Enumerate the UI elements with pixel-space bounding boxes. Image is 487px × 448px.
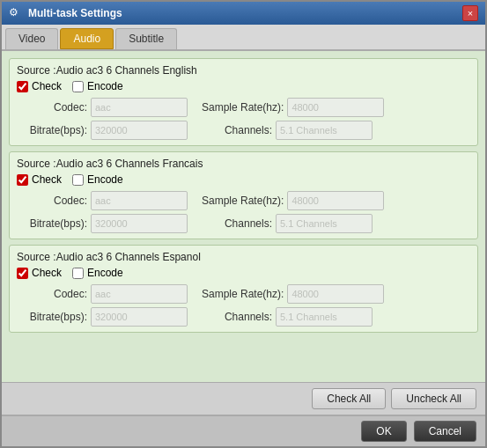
- samplerate-label-3: Sample Rate(hz):: [202, 288, 284, 300]
- form-pair-1a: Codec: aac Sample Rate(hz): 48000: [17, 98, 470, 117]
- tab-audio[interactable]: Audio: [60, 28, 114, 49]
- codec-label-3: Codec:: [17, 288, 87, 300]
- audio-group-3: Source :Audio ac3 6 Channels Espanol Che…: [9, 245, 478, 333]
- cancel-button[interactable]: Cancel: [414, 421, 476, 442]
- title-bar-left: ⚙ Multi-task Settings: [9, 6, 122, 20]
- title-bar: ⚙ Multi-task Settings ×: [2, 2, 485, 25]
- channels-field-3: Channels: 5.1 Channels: [202, 307, 373, 327]
- footer-bar: OK Cancel: [2, 415, 485, 446]
- samplerate-field-1: Sample Rate(hz): 48000: [202, 98, 384, 117]
- samplerate-label-1: Sample Rate(hz):: [202, 101, 284, 114]
- ok-button[interactable]: OK: [361, 421, 406, 442]
- group-3-title: Source :Audio ac3 6 Channels Espanol: [17, 251, 470, 263]
- samplerate-field-2: Sample Rate(hz): 48000: [202, 191, 384, 210]
- bitrate-select-2[interactable]: 320000: [91, 214, 188, 233]
- bitrate-field-2: Bitrate(bps): 320000: [17, 214, 188, 233]
- window-title: Multi-task Settings: [28, 7, 122, 19]
- form-pair-2a: Codec: aac Sample Rate(hz): 48000: [17, 191, 470, 210]
- form-pair-2b: Bitrate(bps): 320000 Channels: 5.1 Chann…: [17, 214, 470, 233]
- samplerate-field-3: Sample Rate(hz): 48000: [202, 284, 384, 304]
- encode-checkbox-3[interactable]: [72, 268, 84, 279]
- form-pair-3b: Bitrate(bps): 320000 Channels: 5.1 Chann…: [17, 307, 470, 327]
- encode-checkbox-2[interactable]: [72, 174, 84, 186]
- window-icon: ⚙: [9, 6, 23, 20]
- samplerate-select-1[interactable]: 48000: [287, 98, 384, 117]
- check-checkbox-1[interactable]: [17, 81, 28, 92]
- bitrate-field-3: Bitrate(bps): 320000: [17, 307, 188, 327]
- check-label-2[interactable]: Check: [17, 173, 62, 186]
- tab-bar: Video Audio Subtitle: [2, 25, 485, 51]
- samplerate-select-2[interactable]: 48000: [287, 191, 384, 210]
- check-label-1[interactable]: Check: [17, 80, 62, 92]
- check-row-3: Check Encode: [17, 267, 470, 279]
- bitrate-field-1: Bitrate(bps): 320000: [17, 121, 188, 140]
- bitrate-select-1[interactable]: 320000: [91, 121, 188, 140]
- tab-subtitle[interactable]: Subtitle: [115, 28, 177, 49]
- codec-select-2[interactable]: aac: [91, 191, 188, 210]
- main-window: ⚙ Multi-task Settings × Video Audio Subt…: [0, 0, 487, 448]
- check-all-button[interactable]: Check All: [312, 388, 386, 409]
- action-buttons: Check All Uncheck All: [312, 388, 476, 409]
- content-area: Source :Audio ac3 6 Channels English Che…: [2, 51, 485, 382]
- bottom-action-bar: Check All Uncheck All: [2, 382, 485, 415]
- audio-group-1: Source :Audio ac3 6 Channels English Che…: [9, 58, 478, 146]
- check-row-2: Check Encode: [17, 173, 470, 186]
- group-2-title: Source :Audio ac3 6 Channels Francais: [17, 158, 470, 170]
- codec-label-2: Codec:: [17, 195, 87, 207]
- close-button[interactable]: ×: [462, 5, 478, 21]
- encode-label-1[interactable]: Encode: [72, 80, 123, 92]
- samplerate-select-3[interactable]: 48000: [287, 284, 384, 304]
- codec-label-1: Codec:: [17, 101, 87, 114]
- tab-video[interactable]: Video: [5, 28, 58, 49]
- form-pair-3a: Codec: aac Sample Rate(hz): 48000: [17, 284, 470, 304]
- samplerate-label-2: Sample Rate(hz):: [202, 195, 284, 207]
- codec-field-2: Codec: aac: [17, 191, 188, 210]
- channels-label-1: Channels:: [202, 124, 272, 136]
- group-1-title: Source :Audio ac3 6 Channels English: [17, 64, 470, 77]
- codec-select-3[interactable]: aac: [91, 284, 188, 304]
- bitrate-label-2: Bitrate(bps):: [17, 217, 87, 230]
- codec-field-3: Codec: aac: [17, 284, 188, 304]
- channels-select-2[interactable]: 5.1 Channels: [276, 214, 373, 233]
- codec-select-1[interactable]: aac: [91, 98, 188, 117]
- bitrate-label-3: Bitrate(bps):: [17, 311, 87, 323]
- form-pair-1b: Bitrate(bps): 320000 Channels: 5.1 Chann…: [17, 121, 470, 140]
- channels-select-3[interactable]: 5.1 Channels: [276, 307, 373, 327]
- check-label-3[interactable]: Check: [17, 267, 62, 279]
- encode-label-2[interactable]: Encode: [72, 173, 123, 186]
- channels-label-2: Channels:: [202, 217, 272, 230]
- audio-group-2: Source :Audio ac3 6 Channels Francais Ch…: [9, 151, 478, 239]
- channels-field-2: Channels: 5.1 Channels: [202, 214, 373, 233]
- check-checkbox-3[interactable]: [17, 268, 28, 279]
- bitrate-label-1: Bitrate(bps):: [17, 124, 87, 136]
- codec-field-1: Codec: aac: [17, 98, 188, 117]
- check-checkbox-2[interactable]: [17, 174, 28, 186]
- uncheck-all-button[interactable]: Uncheck All: [391, 388, 476, 409]
- encode-label-3[interactable]: Encode: [72, 267, 123, 279]
- check-row-1: Check Encode: [17, 80, 470, 92]
- channels-field-1: Channels: 5.1 Channels: [202, 121, 373, 140]
- channels-select-1[interactable]: 5.1 Channels: [276, 121, 373, 140]
- channels-label-3: Channels:: [202, 311, 272, 323]
- bitrate-select-3[interactable]: 320000: [91, 307, 188, 327]
- encode-checkbox-1[interactable]: [72, 81, 84, 92]
